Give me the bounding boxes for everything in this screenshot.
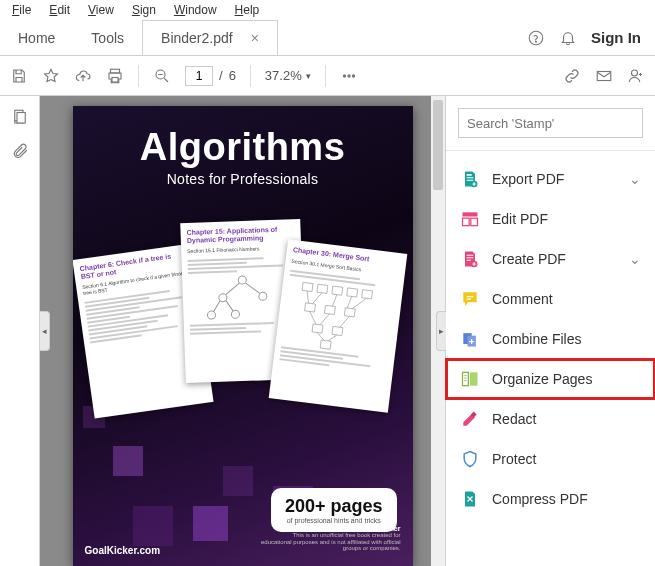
- tool-comment[interactable]: Comment: [446, 279, 655, 319]
- svg-rect-21: [361, 289, 372, 298]
- menu-sign[interactable]: Sign: [124, 2, 164, 18]
- svg-rect-18: [317, 284, 328, 293]
- pdf-page: Algorithms Notes for Professionals Chapt…: [73, 106, 413, 566]
- cloud-upload-icon[interactable]: [74, 67, 92, 85]
- zoom-out-icon[interactable]: [153, 67, 171, 85]
- svg-rect-19: [331, 286, 342, 295]
- tab-home[interactable]: Home: [0, 20, 73, 55]
- bell-icon[interactable]: [559, 29, 577, 47]
- tool-label: Protect: [492, 451, 536, 467]
- svg-rect-36: [470, 372, 478, 385]
- tool-label: Redact: [492, 411, 536, 427]
- scrollbar-thumb[interactable]: [433, 100, 443, 190]
- save-icon[interactable]: [10, 67, 28, 85]
- tool-organize-pages[interactable]: Organize Pages: [446, 359, 655, 399]
- svg-rect-20: [346, 288, 357, 297]
- page-disclaimer: Disclaimer This is an unofficial free bo…: [261, 525, 401, 552]
- svg-rect-35: [463, 372, 469, 385]
- tool-protect[interactable]: Protect: [446, 439, 655, 479]
- help-icon[interactable]: [527, 29, 545, 47]
- svg-rect-17: [302, 282, 313, 291]
- zoom-selector[interactable]: 37.2% ▾: [265, 68, 311, 83]
- menu-file[interactable]: File: [4, 2, 39, 18]
- right-panel: ▸ Export PDF ⌄ Edit PDF Create PDF ⌄: [445, 96, 655, 566]
- search-input[interactable]: [458, 108, 643, 138]
- page-total: 6: [229, 68, 236, 83]
- document-viewer[interactable]: ◂ Algorithms Notes for Professionals Cha…: [40, 96, 445, 566]
- compress-pdf-icon: [460, 489, 480, 509]
- print-icon[interactable]: [106, 67, 124, 85]
- svg-rect-27: [320, 340, 331, 349]
- menu-window[interactable]: Window: [166, 2, 225, 18]
- tool-create-pdf[interactable]: Create PDF ⌄: [446, 239, 655, 279]
- svg-rect-29: [463, 212, 478, 216]
- add-person-icon[interactable]: [627, 67, 645, 85]
- toolbar-separator: [138, 65, 139, 87]
- toolbar: / 6 37.2% ▾: [0, 56, 655, 96]
- organize-pages-icon: [460, 369, 480, 389]
- svg-rect-22: [304, 303, 315, 312]
- menu-edit[interactable]: Edit: [41, 2, 78, 18]
- svg-point-6: [348, 74, 350, 76]
- create-pdf-icon: [460, 249, 480, 269]
- sign-in-link[interactable]: Sign In: [591, 29, 641, 46]
- page-separator: /: [219, 68, 223, 83]
- svg-rect-25: [312, 324, 323, 333]
- tool-redact[interactable]: Redact: [446, 399, 655, 439]
- svg-point-1: [536, 41, 537, 42]
- tab-tools[interactable]: Tools: [73, 20, 142, 55]
- left-rail: [0, 96, 40, 566]
- right-collapse-handle[interactable]: ▸: [436, 311, 446, 351]
- more-icon[interactable]: [340, 67, 358, 85]
- left-collapse-handle[interactable]: ◂: [40, 311, 50, 351]
- thumbnails-icon[interactable]: [11, 108, 29, 126]
- chevron-down-icon: ⌄: [629, 251, 641, 267]
- link-icon[interactable]: [563, 67, 581, 85]
- tool-label: Organize Pages: [492, 371, 592, 387]
- tool-list: Export PDF ⌄ Edit PDF Create PDF ⌄ Comme…: [446, 159, 655, 519]
- toolbar-separator: [250, 65, 251, 87]
- tool-compress-pdf[interactable]: Compress PDF: [446, 479, 655, 519]
- chevron-down-icon: ⌄: [629, 171, 641, 187]
- tool-label: Edit PDF: [492, 211, 548, 227]
- export-pdf-icon: [460, 169, 480, 189]
- sample-sheet: Chapter 30: Merge Sort Section 30.1 Merg…: [268, 239, 407, 412]
- tool-label: Export PDF: [492, 171, 564, 187]
- combine-files-icon: [460, 329, 480, 349]
- tool-label: Create PDF: [492, 251, 566, 267]
- tab-row: Home Tools Binder2.pdf × Sign In: [0, 20, 655, 56]
- tab-document-label: Binder2.pdf: [161, 30, 233, 46]
- svg-rect-3: [112, 77, 118, 82]
- tool-export-pdf[interactable]: Export PDF ⌄: [446, 159, 655, 199]
- menu-help[interactable]: Help: [227, 2, 268, 18]
- tool-combine-files[interactable]: Combine Files: [446, 319, 655, 359]
- svg-point-16: [231, 311, 239, 319]
- menu-view[interactable]: View: [80, 2, 122, 18]
- tool-label: Comment: [492, 291, 553, 307]
- svg-rect-23: [324, 305, 335, 314]
- tab-close-icon[interactable]: ×: [251, 30, 259, 46]
- edit-pdf-icon: [460, 209, 480, 229]
- svg-point-9: [632, 70, 638, 76]
- tool-label: Compress PDF: [492, 491, 588, 507]
- comment-icon: [460, 289, 480, 309]
- mail-icon[interactable]: [595, 67, 613, 85]
- svg-rect-8: [597, 71, 611, 80]
- redact-icon: [460, 409, 480, 429]
- protect-icon: [460, 449, 480, 469]
- star-icon[interactable]: [42, 67, 60, 85]
- svg-point-7: [352, 74, 354, 76]
- panel-divider: [446, 150, 655, 151]
- page-navigator: / 6: [185, 66, 236, 86]
- tool-edit-pdf[interactable]: Edit PDF: [446, 199, 655, 239]
- svg-point-13: [218, 294, 226, 302]
- chevron-down-icon: ▾: [306, 71, 311, 81]
- tab-document[interactable]: Binder2.pdf ×: [142, 20, 278, 55]
- svg-rect-31: [471, 218, 478, 226]
- page-current-input[interactable]: [185, 66, 213, 86]
- svg-point-5: [343, 74, 345, 76]
- svg-rect-24: [344, 307, 355, 316]
- attachment-icon[interactable]: [11, 142, 29, 160]
- page-sheets: Chapter 6: Check if a tree is BST or not…: [73, 211, 413, 421]
- zoom-value: 37.2%: [265, 68, 302, 83]
